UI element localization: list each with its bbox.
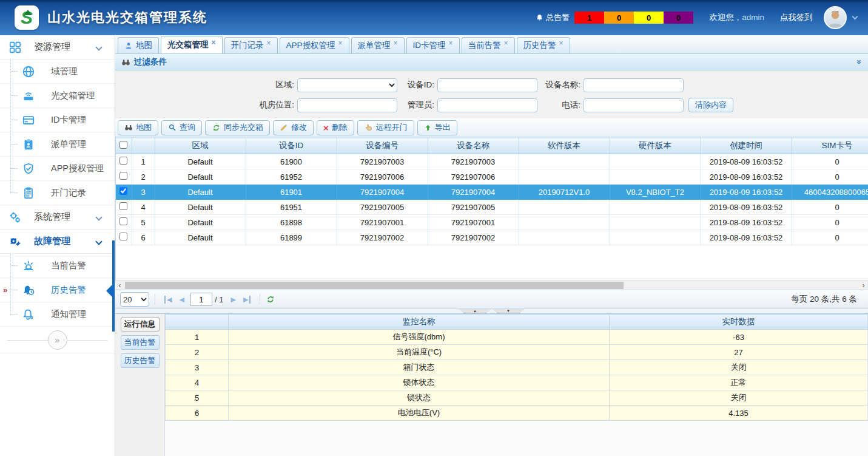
tab-map[interactable]: 地图 [118, 37, 159, 53]
sidebar-item-door-records[interactable]: 开门记录 [0, 181, 115, 205]
monitor-row[interactable]: 2 当前温度(°C) 27 [166, 345, 868, 360]
refresh-button[interactable] [266, 294, 275, 304]
table-row[interactable]: 5 Default 61898 7921907001 7921907001 20… [116, 215, 868, 230]
tab-history-alarms[interactable]: 历史告警× [517, 37, 570, 53]
monitor-row[interactable]: 5 锁状态 关闭 [166, 390, 868, 406]
phone-input[interactable] [584, 98, 684, 112]
user-menu-chevron-down-icon[interactable] [852, 13, 858, 19]
row-checkbox[interactable] [119, 172, 127, 180]
siren-icon [22, 259, 35, 273]
row-checkbox[interactable] [119, 157, 127, 165]
sidebar-collapse-button[interactable]: » [48, 330, 67, 350]
panel-splitter[interactable]: ▲ ▼ [115, 309, 868, 314]
signin-button[interactable]: 点我签到 [780, 12, 813, 23]
tab-current-alarms[interactable]: 当前告警× [462, 37, 515, 53]
close-icon[interactable]: × [267, 39, 271, 47]
sidebar-section-system[interactable]: 系统管理 [0, 205, 115, 230]
monitor-row[interactable]: 3 箱门状态 关闭 [166, 360, 868, 375]
monitor-table: 监控名称 实时数据 1 信号强度(dbm) -63 2 当前温度(°C) 27 [164, 314, 868, 456]
edit-button[interactable]: 修改 [273, 120, 314, 135]
sidebar-item-id-card[interactable]: ID卡管理 [0, 108, 115, 132]
last-page-button[interactable]: ▶ [243, 296, 251, 304]
prev-page-button[interactable]: ◀ [179, 296, 184, 304]
col-created[interactable]: 创建时间 [701, 138, 792, 154]
row-checkbox[interactable] [119, 187, 127, 195]
filter-collapse-icon[interactable]: » [855, 60, 864, 64]
scroll-left-icon[interactable]: ‹ [115, 281, 124, 290]
select-all-checkbox[interactable] [119, 141, 127, 149]
close-icon[interactable]: × [394, 39, 398, 47]
tab-id-card[interactable]: ID卡管理× [406, 37, 460, 53]
col-hw-version[interactable]: 硬件版本 [610, 138, 701, 154]
tab-dispatch[interactable]: 派单管理× [351, 37, 405, 53]
sidebar-item-current-alarms[interactable]: 当前告警 [0, 254, 115, 278]
globe-icon [22, 65, 35, 78]
table-row[interactable]: 2 Default 61952 7921907006 7921907006 20… [116, 169, 868, 185]
sidebar-section-fault[interactable]: 故障管理 [0, 230, 115, 254]
sidebar-item-domain[interactable]: 域管理 [0, 60, 115, 84]
close-icon[interactable]: × [338, 39, 343, 47]
monitor-row[interactable]: 6 电池电压(V) 4.135 [166, 406, 868, 421]
sync-cabinet-button[interactable]: 同步光交箱 [205, 120, 270, 135]
col-sw-version[interactable]: 软件版本 [519, 138, 610, 154]
table-row[interactable]: 6 Default 61899 7921907002 7921907002 20… [116, 230, 868, 245]
splitter-down-button[interactable]: ▼ [493, 309, 524, 313]
sidebar-item-cabinet-mgmt[interactable]: 光交箱管理 [0, 84, 115, 108]
sidebar-item-dispatch[interactable]: 派单管理 [0, 132, 115, 157]
device-name-input[interactable] [584, 78, 684, 92]
table-header-row: 区域 设备ID 设备编号 设备名称 软件版本 硬件版本 创建时间 SIM卡号 [116, 138, 868, 154]
monitor-row[interactable]: 1 信号强度(dbm) -63 [166, 330, 868, 345]
manager-input[interactable] [437, 98, 537, 112]
query-button[interactable]: 查询 [161, 120, 202, 135]
sidebar-item-history-alarms[interactable]: » 历史告警 [0, 278, 115, 302]
tab-app-auth[interactable]: APP授权管理× [280, 37, 349, 53]
first-page-button[interactable]: ◀ [164, 296, 172, 304]
avatar[interactable] [824, 6, 847, 29]
remote-open-button[interactable]: 远程开门 [357, 120, 414, 135]
delete-button[interactable]: × 删除 [317, 120, 354, 135]
page-size-select[interactable]: 20 [120, 292, 149, 307]
splitter-up-button[interactable]: ▲ [459, 309, 491, 313]
map-button[interactable]: 地图 [118, 120, 158, 135]
close-icon[interactable]: × [212, 38, 216, 47]
col-device-id[interactable]: 设备ID [246, 138, 337, 154]
room-location-input[interactable] [297, 98, 397, 112]
tab-cabinet-mgmt[interactable]: 光交箱管理× [161, 36, 223, 53]
delete-x-icon: × [323, 123, 329, 132]
col-region[interactable]: 区域 [155, 138, 246, 154]
tab-current-alarms-detail[interactable]: 当前告警 [121, 335, 160, 350]
close-icon[interactable]: × [559, 39, 564, 47]
current-page-input[interactable] [190, 293, 212, 306]
clear-button[interactable]: 清除内容 [688, 98, 733, 112]
alarm-count-minor[interactable]: 0 [634, 12, 664, 24]
close-icon[interactable]: × [449, 39, 453, 47]
scrollbar-thumb[interactable] [125, 282, 624, 289]
export-button[interactable]: 导出 [417, 120, 457, 135]
scroll-right-icon[interactable]: › [859, 281, 868, 290]
tab-runtime-info[interactable]: 运行信息 [121, 317, 160, 332]
col-device-no[interactable]: 设备编号 [337, 138, 428, 154]
col-sim[interactable]: SIM卡号 [792, 138, 868, 154]
tab-door-records[interactable]: 开门记录× [224, 37, 278, 53]
col-device-name[interactable]: 设备名称 [428, 138, 519, 154]
next-page-button[interactable]: ▶ [230, 296, 235, 304]
sidebar-item-notification-mgmt[interactable]: 通知管理 [0, 302, 115, 327]
device-id-input[interactable] [437, 78, 537, 92]
table-row[interactable]: 1 Default 61900 7921907003 7921907003 20… [116, 154, 868, 169]
horizontal-scrollbar[interactable]: ‹ › [115, 280, 868, 290]
sidebar-item-app-auth[interactable]: APP授权管理 [0, 157, 115, 181]
alarm-count-critical[interactable]: 1 [574, 12, 604, 24]
row-checkbox[interactable] [119, 233, 127, 240]
close-icon[interactable]: × [504, 39, 508, 47]
sidebar-section-resource[interactable]: 资源管理 [0, 35, 115, 60]
row-checkbox[interactable] [119, 202, 127, 210]
alarm-count-blocks: 1 0 0 0 [574, 12, 693, 24]
tab-history-alarms-detail[interactable]: 历史告警 [121, 353, 160, 368]
row-checkbox[interactable] [119, 217, 127, 225]
alarm-count-warning[interactable]: 0 [664, 12, 693, 24]
alarm-count-major[interactable]: 0 [604, 12, 634, 24]
monitor-row[interactable]: 4 锁体状态 正常 [166, 375, 868, 390]
table-row[interactable]: 4 Default 61951 7921907005 7921907005 20… [116, 200, 868, 215]
region-select[interactable] [297, 78, 397, 92]
table-row-selected[interactable]: 3 Default 61901 7921907004 7921907004 20… [116, 185, 868, 200]
